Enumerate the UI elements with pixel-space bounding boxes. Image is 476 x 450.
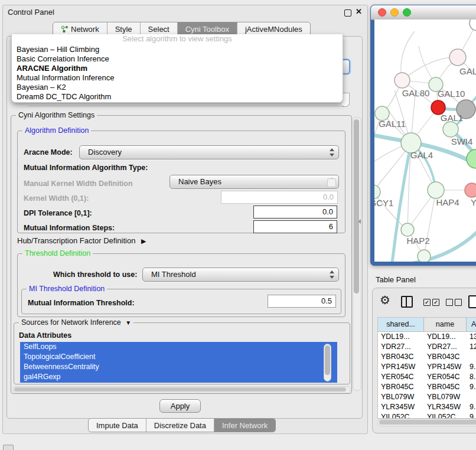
dropdown-item[interactable]: Bayesian – K2 (12, 83, 343, 92)
gear-icon[interactable]: ⚙ (380, 293, 390, 307)
tab-impute-data[interactable]: Impute Data (89, 419, 146, 432)
minimize-traffic-light[interactable] (391, 9, 399, 17)
table-hscrollbar[interactable] (377, 419, 476, 426)
list-item[interactable]: SelfLoops (20, 342, 337, 352)
attributes-list-scrollbar[interactable] (324, 344, 331, 381)
checked-box-icon: ✓ (432, 299, 439, 306)
scrollbar-thumb[interactable] (325, 345, 330, 375)
mi-steps-label: Mutual Information Steps: (24, 224, 115, 232)
node-swi4[interactable] (443, 122, 458, 137)
settings-vscrollbar[interactable] (353, 117, 361, 391)
table-panel: ⚙ ✓ ✓ shared... name A YDL19... YDL19...… (372, 288, 476, 433)
tab-discretize-data[interactable]: Discretize Data (146, 419, 214, 432)
dropdown-item[interactable]: Dream8 DC_TDC Algorithm (12, 92, 343, 102)
table-row[interactable]: YDL19... YDL19... 13 (378, 332, 476, 342)
sources-group-title[interactable]: Sources for Network Inference ▼ (19, 318, 133, 327)
panel-collapse-handle[interactable] (358, 219, 361, 224)
mi-threshold-field[interactable]: 0.5 (268, 295, 336, 308)
table-row[interactable]: YLR345W YLR345W 9. (378, 402, 476, 412)
float-window-icon[interactable] (344, 9, 351, 17)
select-all-checkboxes-icon[interactable]: ✓ ✓ (423, 299, 439, 306)
table-row[interactable]: YBR043C YBR043C (378, 352, 476, 362)
tab-cyni-toolbox[interactable]: Cyni Toolbox (178, 22, 237, 35)
threshold-definition-group: Threshold Definition Which threshold to … (17, 253, 345, 317)
node-bottom-partial[interactable] (418, 250, 431, 262)
manual-kernel-checkbox[interactable] (327, 178, 336, 187)
dropdown-item-selected[interactable]: ARACNE Algorithm (12, 64, 343, 73)
table-row[interactable]: YDR27... YDR27... 12 (378, 342, 476, 352)
node-label: GAL1 (441, 113, 463, 123)
table-row[interactable]: YPR145W YPR145W 9. (378, 362, 476, 372)
table-row[interactable]: YIL052C YIL052C 9 (378, 412, 476, 419)
node-gcy1[interactable] (374, 185, 380, 199)
scrollbar-thumb[interactable] (379, 420, 476, 425)
node-gal-partial[interactable] (449, 49, 466, 66)
scrollbar-thumb[interactable] (354, 119, 359, 294)
tab-infer-network[interactable]: Infer Network (214, 419, 275, 432)
settings-hscrollbar[interactable] (12, 386, 351, 393)
minimized-panel-icon[interactable] (3, 445, 14, 450)
list-item[interactable]: TopologicalCoefficient (20, 352, 337, 362)
document-icon[interactable] (468, 295, 476, 308)
aracne-mode-combobox[interactable]: Discovery (79, 145, 339, 159)
node-label: HAP4 (436, 197, 459, 207)
kernel-width-field[interactable]: 0.0 (221, 191, 338, 204)
node-hap2[interactable] (401, 223, 414, 236)
sources-title-label: Sources for Network Inference (21, 318, 121, 327)
dropdown-item[interactable]: Basic Correlation Inference (12, 54, 343, 64)
apply-button[interactable]: Apply (159, 399, 201, 413)
scrollbar-thumb[interactable] (14, 387, 346, 392)
control-panel-title: Control Panel (8, 8, 54, 17)
which-threshold-combobox[interactable]: MI Threshold (142, 268, 339, 282)
unchecked-box-icon (446, 299, 453, 306)
data-attributes-label: Data Attributes (19, 331, 71, 340)
node-y-partial[interactable] (465, 183, 476, 197)
node-label: SWI4 (451, 136, 473, 146)
checked-box-icon: ✓ (423, 299, 431, 306)
unchecked-box-icon (455, 299, 462, 306)
tab-jactivemnodules[interactable]: jActiveMNodules (237, 22, 310, 35)
table-row[interactable]: YBL079W YBL079W (378, 392, 476, 402)
sources-group: Sources for Network Inference ▼ Data Att… (14, 322, 350, 384)
tab-select-label: Select (148, 25, 169, 34)
close-icon[interactable]: ✕ (356, 7, 362, 16)
node-green-right[interactable] (467, 149, 476, 168)
table-header-row: shared... name A (378, 318, 476, 332)
node-hap4[interactable] (428, 182, 444, 198)
table-row[interactable]: YER054C YER054C 8. (378, 372, 476, 382)
dropdown-item[interactable]: Mutual Information Inference (12, 73, 343, 83)
algorithm-definition-group: Algorithm Definition Aracne Mode: Discov… (17, 131, 345, 233)
dropdown-item[interactable]: Bayesian – Hill Climbing (12, 45, 343, 54)
deselect-all-checkboxes-icon[interactable] (446, 299, 462, 306)
mi-steps-field[interactable]: 6 (253, 220, 337, 233)
network-window-titlebar[interactable] (371, 5, 476, 20)
expand-caret-icon: ▶ (141, 237, 146, 245)
list-item[interactable]: gal4RGexp (20, 372, 337, 382)
tab-impute-data-label: Impute Data (96, 421, 138, 430)
dpi-tolerance-field[interactable]: 0.0 (253, 206, 337, 219)
settings-group-title: Cyni Algorithm Settings (16, 111, 97, 119)
column-header-name[interactable]: name (424, 318, 467, 331)
hub-tf-definition-label: Hub/Transcription Factor Definition (17, 236, 135, 245)
tab-style[interactable]: Style (107, 22, 141, 35)
node-label: Y (471, 197, 476, 207)
node-gal80[interactable] (395, 73, 410, 88)
tab-network[interactable]: Network (53, 22, 107, 35)
column-header-shared-name[interactable]: shared... (378, 318, 424, 331)
tab-select[interactable]: Select (141, 22, 178, 35)
node-label: HAP2 (406, 236, 429, 246)
split-columns-icon[interactable] (401, 296, 413, 308)
node-table: shared... name A YDL19... YDL19... 13 YD… (377, 317, 476, 419)
hub-tf-definition-expander[interactable]: Hub/Transcription Factor Definition ▶ (17, 236, 146, 245)
column-header-partial[interactable]: A (467, 318, 476, 331)
table-row[interactable]: YBR045C YBR045C 9. (378, 382, 476, 392)
close-traffic-light[interactable] (379, 9, 386, 17)
mi-type-combobox[interactable]: Naive Bayes (169, 175, 339, 189)
zoom-traffic-light[interactable] (403, 9, 411, 17)
tab-network-label: Network (71, 25, 99, 34)
network-canvas[interactable]: GAL GAL80 GAL10 GAL1 GAL11 SWI4 GAL4 GCY… (374, 19, 476, 262)
list-item[interactable]: BetweennessCentrality (20, 362, 337, 372)
node-label: GAL4 (410, 150, 433, 160)
node-top-arc[interactable] (470, 19, 476, 31)
algorithm-combobox-hint[interactable]: Select algorithm to view settings (12, 34, 343, 45)
